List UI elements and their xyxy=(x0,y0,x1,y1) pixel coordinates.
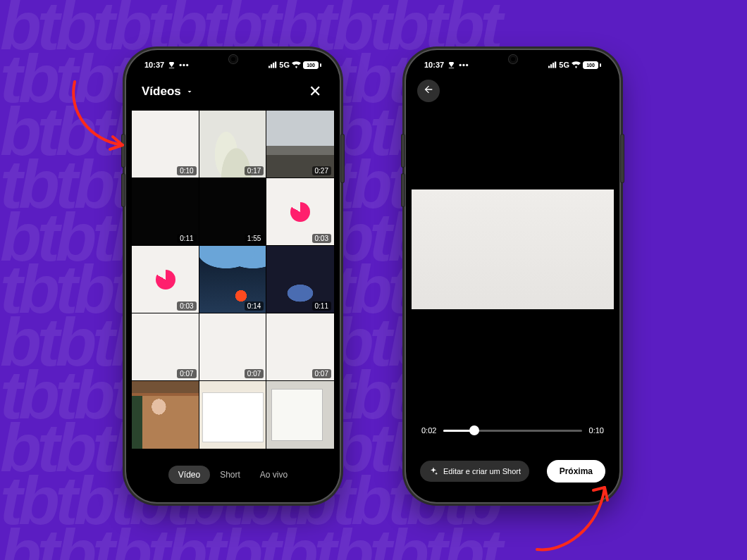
next-button[interactable]: Próxima xyxy=(547,460,605,483)
status-time: 10:37 xyxy=(424,61,444,69)
thumbnail-duration: 0:10 xyxy=(177,166,196,175)
battery-indicator: 100 xyxy=(303,61,321,69)
video-thumbnail[interactable]: 0:17 xyxy=(199,111,267,178)
scrub-current-time: 0:02 xyxy=(421,426,436,435)
video-thumbnail[interactable] xyxy=(199,381,267,449)
video-thumbnail[interactable] xyxy=(266,381,334,449)
scrubber-handle[interactable] xyxy=(469,425,479,435)
screen-video-preview: 10:37 ••• 5G 100 xyxy=(412,56,614,497)
edit-create-short-label: Editar e criar um Short xyxy=(443,467,521,475)
upload-type-tabs: Vídeo Short Ao vivo xyxy=(132,457,334,497)
arrow-left-icon xyxy=(423,84,434,98)
preview-actions: Editar e criar um Short Próxima xyxy=(420,460,605,483)
spinner-icon xyxy=(290,202,310,222)
video-thumbnail[interactable]: 0:07 xyxy=(266,313,334,381)
video-thumbnail[interactable] xyxy=(132,381,199,449)
chevron-down-icon xyxy=(185,87,194,96)
picker-title-label: Vídeos xyxy=(142,85,181,99)
device-camera-hole xyxy=(229,55,237,63)
sparkle-icon xyxy=(428,466,438,476)
signal-icon xyxy=(548,61,557,68)
preview-body: 0:02 0:10 Editar e criar um Short Próx xyxy=(412,105,614,497)
status-network-label: 5G xyxy=(279,61,290,69)
thumbnail-duration: 0:27 xyxy=(312,166,331,175)
video-preview-frame[interactable] xyxy=(412,189,614,309)
device-camera-hole xyxy=(509,55,517,63)
video-thumbnail[interactable]: 0:14 xyxy=(199,246,267,313)
device-volume-down xyxy=(402,174,405,206)
device-volume-down xyxy=(122,174,125,206)
tab-video[interactable]: Vídeo xyxy=(168,466,210,484)
status-app-icon xyxy=(168,61,175,69)
video-thumbnail[interactable]: 0:11 xyxy=(266,246,334,313)
thumbnail-duration: 0:11 xyxy=(177,234,196,243)
thumbnail-duration: 0:07 xyxy=(177,369,196,378)
preview-header xyxy=(412,74,614,105)
phone-mockup-right: 10:37 ••• 5G 100 xyxy=(406,50,619,502)
device-power-button xyxy=(621,135,624,182)
tab-live[interactable]: Ao vivo xyxy=(250,466,297,484)
spinner-icon xyxy=(156,270,175,290)
thumbnail-duration: 0:07 xyxy=(312,369,331,378)
video-thumbnail[interactable]: 1:55 xyxy=(199,178,267,246)
status-more-icon: ••• xyxy=(179,61,190,69)
scrubber-track[interactable] xyxy=(443,430,581,432)
video-thumbnail[interactable]: 0:11 xyxy=(132,178,199,246)
thumbnail-duration: 0:11 xyxy=(312,301,331,311)
thumbnail-duration: 0:17 xyxy=(245,166,264,175)
thumbnail-duration: 0:07 xyxy=(245,369,264,378)
video-thumbnail-grid: 0:100:170:270:111:550:030:030:140:110:07… xyxy=(132,111,334,497)
video-thumbnail[interactable]: 0:07 xyxy=(132,313,199,381)
video-thumbnail[interactable]: 0:10 xyxy=(132,111,199,178)
thumbnail-duration: 1:55 xyxy=(245,234,264,243)
video-scrubber: 0:02 0:10 xyxy=(421,426,604,435)
tutorial-canvas: btbtbtbtbtbtbtbtbt tbtbtbtbtbtbtbtbtb bt… xyxy=(0,0,747,560)
status-more-icon: ••• xyxy=(459,61,469,69)
status-app-icon xyxy=(447,61,455,69)
wifi-icon xyxy=(292,61,301,68)
back-button[interactable] xyxy=(417,80,440,102)
thumbnail-duration: 0:03 xyxy=(312,234,331,243)
video-thumbnail[interactable]: 0:03 xyxy=(132,246,199,313)
screen-video-picker: 10:37 ••• 5G 100 xyxy=(132,56,334,497)
signal-icon xyxy=(268,61,277,68)
tab-short[interactable]: Short xyxy=(210,466,250,484)
video-thumbnail[interactable]: 0:27 xyxy=(266,111,334,178)
picker-source-dropdown[interactable]: Vídeos xyxy=(142,85,194,99)
status-network-label: 5G xyxy=(559,61,569,69)
thumbnail-duration: 0:14 xyxy=(245,301,264,311)
device-volume-up xyxy=(402,135,405,167)
watermark-pattern: btbtbtbtbtbtbtbtbt tbtbtbtbtbtbtbtbtb bt… xyxy=(0,0,747,560)
battery-indicator: 100 xyxy=(583,61,601,69)
phone-mockup-left: 10:37 ••• 5G 100 xyxy=(126,50,340,502)
picker-header: Vídeos ✕ xyxy=(132,74,334,111)
device-volume-up xyxy=(122,135,125,167)
video-thumbnail[interactable]: 0:03 xyxy=(266,178,334,246)
close-button[interactable]: ✕ xyxy=(306,80,324,104)
device-power-button xyxy=(341,135,344,182)
thumbnail-duration: 0:03 xyxy=(177,301,196,311)
close-icon: ✕ xyxy=(309,82,321,100)
wifi-icon xyxy=(572,61,581,68)
status-time: 10:37 xyxy=(144,61,164,69)
edit-create-short-button[interactable]: Editar e criar um Short xyxy=(420,461,529,482)
scrub-total-time: 0:10 xyxy=(589,426,604,435)
video-thumbnail[interactable]: 0:07 xyxy=(199,313,267,381)
